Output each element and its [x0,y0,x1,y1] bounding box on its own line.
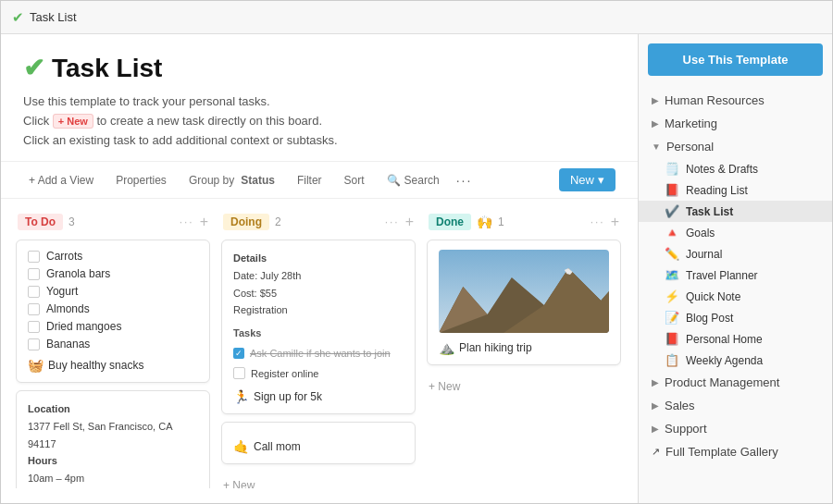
content-area: ✔ Task List Use this template to track y… [1,34,638,503]
list-item: Bananas [28,338,198,350]
title-bar-text: Task List [30,10,77,24]
phone-icon: 🤙 [233,439,249,454]
sidebar-group-hr[interactable]: ▶ Human Resources [639,89,832,112]
properties-button[interactable]: Properties [110,171,172,190]
checkbox[interactable] [28,303,40,315]
col-count-done: 1 [498,215,504,228]
sidebar-item-blog[interactable]: 📝 Blog Post [639,307,832,328]
col-cards-doing: Details Date: July 28th Cost: $55 Regist… [221,240,416,488]
add-new-doing[interactable]: + New [221,475,416,488]
checkbox[interactable] [28,251,40,263]
list-item: Yogurt [28,285,198,298]
toolbar-more-button[interactable]: ··· [456,173,473,188]
hours-value: 10am – 4pm [28,470,198,487]
done-emoji: 🙌 [477,215,492,229]
card-title-hiking: ⛰️ Plan hiking trip [439,340,609,355]
desc-line2: Click + New to create a new task directl… [23,112,615,131]
col-cards-done: ⛰️ Plan hiking trip + New [427,240,621,488]
sidebar-item-journal[interactable]: ✏️ Journal [639,243,832,264]
personal-label: Personal [666,140,714,154]
list-item: Granola bars [28,267,198,280]
col-count-doing: 2 [275,215,281,228]
group-by-button[interactable]: Group by Status [183,171,280,190]
col-header-todo: To Do 3 ··· + [16,214,210,230]
filter-button[interactable]: Filter [292,171,328,190]
sidebar-item-travel[interactable]: 🗺️ Travel Planner [639,264,832,286]
sidebar-group-product[interactable]: ▶ Product Management [639,371,832,394]
support-label: Support [665,422,707,436]
kanban-col-doing: Doing 2 ··· + Details Date: July 28th Co… [221,214,416,488]
main-layout: ✔ Task List Use this template to track y… [1,34,832,503]
card-5k[interactable]: Details Date: July 28th Cost: $55 Regist… [221,240,416,414]
checkbox-2[interactable] [233,367,245,379]
list-item: Dried mangoes [28,320,198,333]
col-add-done[interactable]: + [611,214,619,230]
sidebar-group-support[interactable]: ▶ Support [639,417,832,440]
reading-label: Reading List [686,184,748,197]
checkbox[interactable] [28,321,40,333]
product-arrow-icon: ▶ [652,377,659,387]
sidebar-item-tasklist[interactable]: ✔️ Task List [639,201,832,222]
journal-label: Journal [686,248,722,261]
weekly-icon: 📋 [665,353,679,367]
notes-label: Notes & Drafts [686,163,758,176]
kanban-board: To Do 3 ··· + Carrots Granola bars Yogur… [1,199,638,503]
sidebar-group-marketing[interactable]: ▶ Marketing [639,112,832,135]
toolbar: + Add a View Properties Group by Status … [1,162,638,199]
sidebar-item-quicknote[interactable]: ⚡ Quick Note [639,286,832,307]
desc-line1: Use this template to track your personal… [23,92,615,112]
sidebar-item-reading[interactable]: 📕 Reading List [639,179,832,201]
card-hiking[interactable]: ⛰️ Plan hiking trip [427,240,621,365]
col-header-doing: Doing 2 ··· + [221,214,416,230]
sort-button[interactable]: Sort [339,171,370,190]
col-add-todo[interactable]: + [200,214,208,230]
sidebar-item-notes[interactable]: 🗒️ Notes & Drafts [639,158,832,179]
sales-label: Sales [665,399,695,412]
add-view-button[interactable]: + Add a View [23,171,99,190]
page-title-check-icon: ✔ [23,53,44,83]
card-title-call-mom: 🤙 Call mom [233,439,404,454]
basket-icon: 🧺 [28,358,44,373]
kanban-col-todo: To Do 3 ··· + Carrots Granola bars Yogur… [16,214,210,488]
checkbox[interactable] [28,286,40,298]
page-title-text: Task List [52,54,162,83]
notes-icon: 🗒️ [665,162,679,176]
marketing-arrow-icon: ▶ [652,118,659,129]
col-dots-done[interactable]: ··· [591,215,605,228]
app-container: ✔ Task List ✔ Task List Use this templat… [0,0,833,504]
search-button[interactable]: 🔍 Search [381,171,445,190]
sidebar-group-sales[interactable]: ▶ Sales [639,394,832,417]
sidebar-item-personal-home[interactable]: 📕 Personal Home [639,328,832,350]
sidebar-group-personal[interactable]: ▼ Personal [639,135,832,158]
card-call-mom[interactable]: 🤙 Call mom [221,422,416,464]
checked-checkbox[interactable]: ✓ [233,348,244,359]
checkbox[interactable] [28,268,40,280]
goals-label: Goals [686,227,715,240]
sidebar-gallery[interactable]: ↗ Full Template Gallery [639,440,832,463]
tasks-label: Tasks [233,325,404,342]
card-title-buy-snacks: 🧺 Buy healthy snacks [28,358,198,373]
col-header-done: Done 🙌 1 ··· + [427,214,621,230]
col-tag-done: Done [429,214,471,230]
sidebar-scroll: ▶ Human Resources ▶ Marketing ▼ Personal… [639,85,832,503]
sidebar-item-goals[interactable]: 🔺 Goals [639,222,832,243]
title-bar: ✔ Task List [1,1,832,34]
col-dots-doing[interactable]: ··· [385,215,400,228]
days-value: Monday – Saturday [28,487,198,488]
card-title-5k: 🏃 Sign up for 5k [233,389,404,404]
col-tag-doing: Doing [223,214,269,230]
quicknote-label: Quick Note [686,290,740,303]
use-template-button[interactable]: Use This Template [648,43,823,76]
col-dots-todo[interactable]: ··· [180,215,194,228]
sidebar-item-weekly[interactable]: 📋 Weekly Agenda [639,350,832,371]
checkbox[interactable] [28,338,40,350]
col-add-doing[interactable]: + [405,214,414,230]
list-item: Carrots [28,250,198,263]
card-location[interactable]: Location 1377 Fell St, San Francisco, CA… [16,390,210,488]
hr-arrow-icon: ▶ [652,95,659,105]
date-value: Date: July 28th [233,267,404,285]
new-button[interactable]: New ▾ [559,168,615,191]
card-buy-snacks[interactable]: Carrots Granola bars Yogurt Almonds Drie… [16,240,210,383]
page-description: Use this template to track your personal… [23,92,615,150]
add-new-done[interactable]: + New [427,376,621,397]
